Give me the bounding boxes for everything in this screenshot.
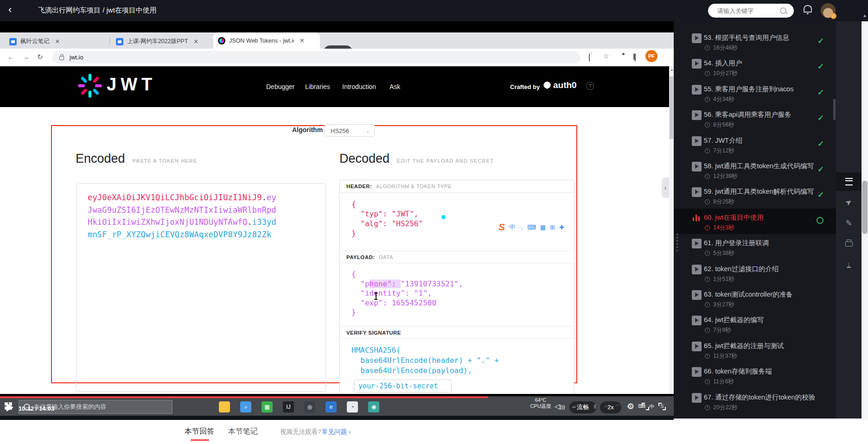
clock-icon [705, 354, 710, 359]
encoded-token-textarea[interactable]: eyJ0eXAiOiJKV1QiLCJhbGciOiJIUzI1NiJ9.eyJ… [76, 183, 326, 392]
ime-icon[interactable]: ✚ [559, 224, 564, 231]
page-scrollbar[interactable] [862, 21, 868, 444]
episode-item-56[interactable]: 56. 乘客api调用乘客用户服务8分56秒✓ [674, 106, 836, 131]
episode-duration: 3分27秒 [713, 301, 734, 309]
scroll-up-icon[interactable]: ▲ [862, 13, 867, 18]
episode-duration: 10分27秒 [713, 70, 738, 77]
episode-duration: 8分25秒 [713, 198, 734, 206]
tab-close-icon[interactable]: ✕ [193, 38, 198, 45]
panel-collapse-tab[interactable]: › [662, 178, 669, 198]
fullscreen-icon[interactable] [658, 403, 666, 410]
user-avatar[interactable]: ✓ [821, 3, 836, 18]
episode-item-55[interactable]: 55. 乘客用户服务注册到nacos4分34秒✓ [674, 80, 836, 106]
auth0-logo[interactable]: auth0 [543, 80, 577, 90]
episode-item-61[interactable]: 61. 用户登录注册联调5分38秒 [674, 234, 836, 260]
tab-close-icon[interactable]: ✕ [300, 37, 305, 44]
share-icon[interactable] [589, 54, 590, 61]
episode-item-54[interactable]: 54. 插入用户10分27秒✓ [674, 54, 836, 80]
ime-icon[interactable]: ⌨ [527, 224, 536, 231]
browser-scrollbar[interactable]: ▲ [669, 66, 674, 394]
active-tab-underline [191, 439, 209, 441]
episode-title: 58. jwt通用工具类token生成代码编写 [704, 162, 814, 171]
secret-input[interactable]: your-256-bit-secret [354, 380, 452, 393]
speed-button[interactable]: 2x [600, 401, 621, 413]
progress-played[interactable] [0, 396, 488, 398]
bookmark-star-icon[interactable]: ☆ [603, 52, 609, 60]
help-icon[interactable]: ? [586, 82, 594, 90]
browser-tab-jwt-active[interactable]: JSON Web Tokens - jwt.io ✕ [213, 32, 320, 49]
jwt-logo-icon[interactable] [78, 73, 102, 99]
drag-handle[interactable] [677, 234, 678, 253]
print-icon[interactable] [836, 235, 862, 253]
episode-item-53[interactable]: 53. 根据手机号查询用户信息16分46秒✓ [674, 29, 836, 54]
faq-link[interactable]: 常见问题 › [322, 428, 351, 436]
browser-toolbar: ← → ↻ jwt.io ☆ PF [0, 49, 674, 66]
browser-tab-notes[interactable]: 枫叶云笔记 ✕ [5, 34, 114, 49]
volume-icon[interactable]: ◁))) [555, 402, 565, 411]
search-input[interactable] [716, 7, 779, 15]
doc-favicon [9, 38, 17, 45]
playlist-icon[interactable] [836, 172, 862, 191]
episode-title: 60. jwt在项目中使用 [704, 213, 764, 222]
signature-code[interactable]: HMACSHA256( base64UrlEncode(header) + ".… [340, 339, 574, 376]
edit-icon[interactable]: ✎ [836, 214, 862, 232]
ime-icon[interactable]: ·, [519, 224, 523, 231]
jwt-nav-libraries[interactable]: Libraries [305, 83, 330, 90]
browser-tab-ppt[interactable]: 上课-网约车2022版PPT ✕ [111, 34, 217, 49]
payload-section-label: PAYLOAD: DATA [340, 251, 574, 263]
url-bar[interactable]: jwt.io [52, 51, 581, 63]
jwt-nav-debugger[interactable]: Debugger [266, 83, 295, 90]
play-button[interactable] [6, 403, 13, 412]
episode-item-60[interactable]: 60. jwt在项目中使用14分3秒 [674, 209, 836, 234]
episode-item-66[interactable]: 66. token存储到服务端11分6秒 [674, 362, 836, 388]
tab-section-answers[interactable]: 本节回答 [185, 427, 214, 437]
back-icon[interactable]: ← [7, 53, 14, 61]
theater-mode-icon[interactable] [642, 403, 649, 410]
browser-profile-avatar[interactable]: PF [645, 50, 657, 62]
tab-close-icon[interactable]: ✕ [55, 38, 60, 45]
episode-item-64[interactable]: 64. jwt拦截器的编写7分9秒 [674, 311, 836, 336]
ime-icon[interactable]: 中 [509, 223, 515, 231]
auth0-icon [543, 82, 551, 89]
sogou-logo-icon[interactable]: S [498, 222, 505, 233]
episode-duration: 11分6秒 [713, 378, 734, 386]
url-text[interactable]: jwt.io [70, 54, 83, 61]
scrollbar-thumb[interactable] [862, 181, 868, 234]
send-icon[interactable]: ➤ [836, 193, 862, 211]
notification-bell-icon[interactable] [804, 5, 812, 13]
episode-title: 63. token测试controller的准备 [704, 290, 793, 299]
side-panel-icon[interactable] [635, 54, 636, 61]
back-button[interactable]: ‹ [8, 4, 12, 16]
search-box[interactable] [708, 4, 794, 18]
ime-icon[interactable]: ⊞ [550, 224, 555, 231]
quality-button[interactable]: 流畅 [569, 401, 596, 413]
jwt-nav-introduction[interactable]: Introduction [342, 83, 376, 90]
ime-toolbar[interactable]: S 中·,⌨▦⊞✚ [498, 222, 564, 233]
episode-item-59[interactable]: 59. jwt通用工具类token解析代码编写8分25秒✓ [674, 183, 836, 208]
taskbar-app-store: ▦ [262, 401, 273, 412]
scroll-up-icon[interactable]: ▲ [670, 68, 674, 72]
episode-item-58[interactable]: 58. jwt通用工具类token生成代码编写12分39秒✓ [674, 157, 836, 183]
tab-separator [109, 37, 110, 45]
settings-gear-icon[interactable]: ⚙ [627, 401, 634, 412]
scrollbar-thumb[interactable] [670, 76, 673, 139]
episode-item-67[interactable]: 67. 通过存储的token进行token的校验20分22秒 [674, 388, 836, 414]
ime-icon[interactable]: ▦ [540, 224, 546, 231]
jwt-logo-text[interactable]: JWT [107, 75, 156, 95]
clock-icon [705, 302, 710, 307]
episode-item-65[interactable]: 65. jwt拦截器的注册与测试11分37秒 [674, 337, 836, 362]
episode-item-62[interactable]: 62. token过滤接口的介绍1分51秒 [674, 260, 836, 285]
video-player[interactable]: 枫叶云笔记 ✕ 上课-网约车2022版PPT ✕ JSON Web Tokens… [0, 21, 674, 420]
forward-icon[interactable]: → [22, 53, 29, 61]
sidebar-scrollbar-thumb[interactable] [833, 99, 836, 120]
jwt-nav-ask[interactable]: Ask [389, 83, 400, 90]
episode-item-57[interactable]: 57. JWT介绍7分12秒✓ [674, 132, 836, 157]
algorithm-select[interactable]: HS256 ⌄ [325, 124, 375, 137]
download-icon[interactable]: ↓ [836, 255, 862, 273]
play-thumb-icon [692, 265, 702, 274]
episode-item-63[interactable]: 63. token测试controller的准备3分27秒 [674, 285, 836, 311]
reload-icon[interactable]: ↻ [37, 53, 43, 61]
tab-section-notes[interactable]: 本节笔记 [228, 427, 258, 437]
avatar-badge: ✓ [830, 13, 836, 19]
topbar: ‹ 飞滴出行网约车项目 / jwt在项目中使用 ✓ [0, 0, 868, 21]
